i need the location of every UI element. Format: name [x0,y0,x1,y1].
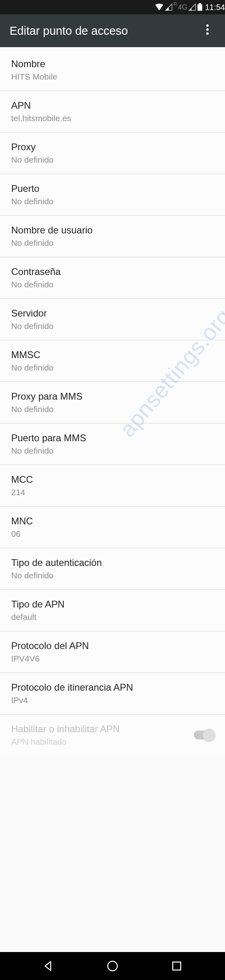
field-label: Contraseña [11,266,214,277]
row-apn[interactable]: APN tel.hitsmobile.es [0,91,225,133]
field-value: No definido [11,571,214,580]
field-value: No definido [11,404,214,414]
roaming-label: R [174,2,177,7]
wifi-icon [154,3,164,11]
row-contrasena[interactable]: Contraseña No definido [0,257,225,299]
field-value: No definido [11,446,214,456]
svg-point-4 [206,32,209,35]
row-tipo-auth[interactable]: Tipo de autenticación No definido [0,548,225,590]
field-value: No definido [11,197,214,206]
battery-icon [197,3,203,11]
field-label: MNC [11,516,214,527]
row-protocolo-apn[interactable]: Protocolo del APN IPV4V6 [0,631,225,673]
field-value: No definido [11,155,214,165]
row-protocolo-itinerancia[interactable]: Protocolo de itinerancia APN IPv4 [0,673,225,715]
field-label: Protocolo del APN [11,640,214,651]
home-button[interactable] [105,958,120,974]
field-value: tel.hitsmobile.es [11,114,214,123]
field-label: Habilitar o inhabilitar APN [11,723,186,735]
status-bar: R 4G 11:54 [0,0,225,14]
field-value: No definido [11,321,214,331]
field-value: No definido [11,280,214,289]
field-label: Tipo de autenticación [11,557,214,568]
signal-roaming-icon [165,3,173,11]
clock: 11:54 [205,3,225,12]
svg-rect-1 [199,3,201,4]
settings-list: Nombre HITS Mobile APN tel.hitsmobile.es… [0,47,225,755]
status-icons: R 4G 11:54 [154,3,225,12]
field-label: Proxy [11,141,214,153]
row-puerto-mms[interactable]: Puerto para MMS No definido [0,424,225,465]
recent-button[interactable] [169,958,185,974]
field-label: Puerto para MMS [11,432,214,444]
page-title: Editar punto de acceso [10,24,128,38]
overflow-menu-icon[interactable] [199,24,215,38]
row-nombre[interactable]: Nombre HITS Mobile [0,47,225,91]
field-value: 214 [11,488,214,497]
row-puerto[interactable]: Puerto No definido [0,174,225,216]
row-usuario[interactable]: Nombre de usuario No definido [0,216,225,257]
field-value: No definido [11,363,214,372]
row-proxy-mms[interactable]: Proxy para MMS No definido [0,382,225,424]
row-habilitar-apn: Habilitar o inhabilitar APN APN habilita… [0,715,225,755]
svg-point-2 [206,24,209,27]
field-value: No definido [11,238,214,248]
svg-point-3 [206,28,209,31]
field-label: Tipo de APN [11,599,214,610]
home-icon [107,960,118,972]
navigation-bar [0,952,225,980]
svg-rect-0 [197,4,202,11]
app-bar: Editar punto de acceso [0,14,225,47]
field-label: Nombre de usuario [11,225,214,236]
field-label: Servidor [11,308,214,319]
row-mnc[interactable]: MNC 06 [0,507,225,548]
field-label: Proxy para MMS [11,391,214,402]
recent-icon [172,961,182,971]
network-label: 4G [178,3,188,12]
field-label: APN [11,100,214,111]
field-value: APN habilitado [11,737,186,747]
field-value: IPv4 [11,695,214,705]
field-label: MCC [11,474,214,485]
row-proxy[interactable]: Proxy No definido [0,133,225,174]
row-tipo-apn[interactable]: Tipo de APN default [0,590,225,631]
field-label: Nombre [11,58,214,70]
back-icon [43,960,54,972]
toggle-switch [194,731,214,739]
field-label: MMSC [11,349,214,361]
svg-point-5 [108,961,117,971]
field-label: Protocolo de itinerancia APN [11,682,214,693]
field-value: default [11,612,214,622]
svg-rect-6 [173,962,181,970]
row-mcc[interactable]: MCC 214 [0,465,225,507]
signal-icon [188,3,196,11]
field-label: Puerto [11,183,214,194]
field-value: HITS Mobile [11,72,214,82]
back-button[interactable] [40,958,56,974]
row-servidor[interactable]: Servidor No definido [0,299,225,341]
field-value: 06 [11,529,214,539]
field-value: IPV4V6 [11,654,214,663]
row-mmsc[interactable]: MMSC No definido [0,341,225,382]
